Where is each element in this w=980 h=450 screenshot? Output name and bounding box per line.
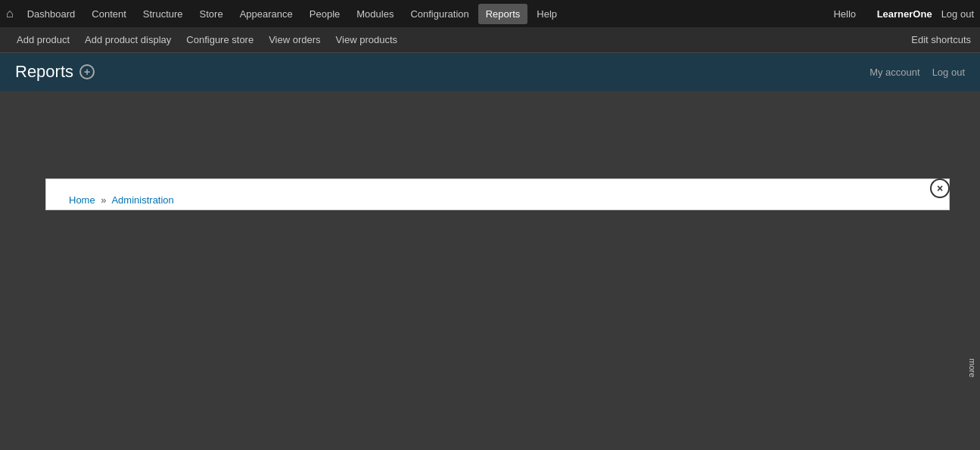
top-navigation: ⌂ Dashboard Content Structure Store Appe… [0, 0, 980, 27]
shortcut-add-product[interactable]: Add product [9, 34, 77, 45]
breadcrumb-current[interactable]: Administration [111, 194, 173, 206]
close-button[interactable]: × [930, 178, 950, 198]
nav-configuration[interactable]: Configuration [403, 4, 476, 24]
overlay-panel: Home » Administration Status reportGet a… [45, 178, 950, 210]
nav-store[interactable]: Store [192, 4, 231, 24]
my-account-link[interactable]: My account [870, 67, 919, 78]
home-icon[interactable]: ⌂ [6, 7, 14, 20]
page-title: Reports [15, 62, 73, 82]
shortcut-add-product-display[interactable]: Add product display [77, 34, 179, 45]
add-shortcut-icon[interactable]: + [79, 64, 95, 79]
logout-link[interactable]: Log out [941, 8, 974, 20]
nav-right: Hello LearnerOne Log out [833, 8, 974, 20]
breadcrumb-sep: » [101, 194, 106, 206]
username: LearnerOne [877, 8, 932, 20]
shortcut-configure-store[interactable]: Configure store [179, 34, 261, 45]
nav-reports[interactable]: Reports [478, 4, 528, 24]
edit-shortcuts-link[interactable]: Edit shortcuts [911, 34, 971, 45]
nav-modules[interactable]: Modules [349, 4, 401, 24]
page-header-right: My account Log out [870, 67, 965, 78]
nav-people[interactable]: People [302, 4, 347, 24]
page-title-area: Reports + [15, 62, 95, 82]
nav-content[interactable]: Content [84, 4, 134, 24]
nav-appearance[interactable]: Appearance [232, 4, 300, 24]
nav-items: Dashboard Content Structure Store Appear… [20, 4, 834, 24]
shortcut-view-orders[interactable]: View orders [261, 34, 328, 45]
breadcrumb: Home » Administration [69, 194, 926, 206]
nav-structure[interactable]: Structure [135, 4, 191, 24]
nav-dashboard[interactable]: Dashboard [20, 4, 83, 24]
hello-text: Hello [833, 8, 856, 20]
breadcrumb-home[interactable]: Home [69, 194, 95, 206]
header-logout-link[interactable]: Log out [932, 67, 965, 78]
shortcut-view-products[interactable]: View products [328, 34, 405, 45]
nav-help[interactable]: Help [529, 4, 565, 24]
more-text[interactable]: more [965, 355, 980, 380]
shortcuts-bar: Add product Add product display Configur… [0, 27, 980, 53]
page-header: Reports + My account Log out [0, 53, 980, 91]
